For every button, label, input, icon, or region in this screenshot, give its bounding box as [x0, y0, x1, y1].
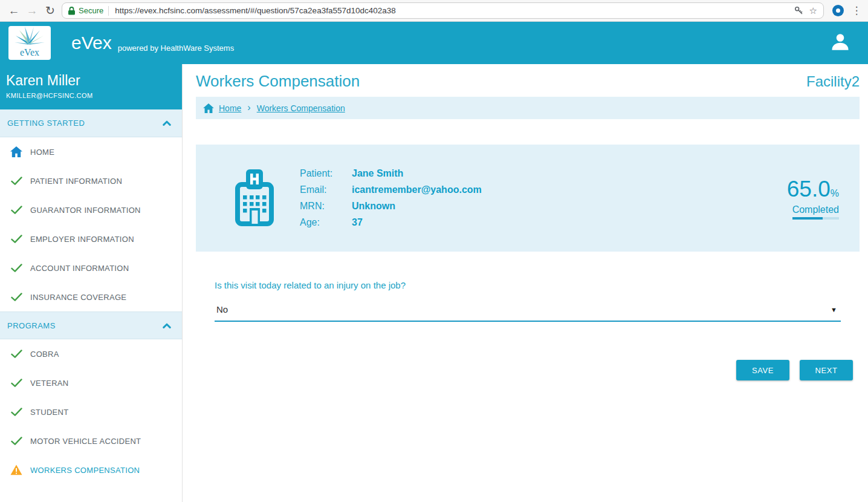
- check-icon: [8, 293, 24, 301]
- section-header-programs[interactable]: PROGRAMS: [0, 311, 182, 339]
- user-avatar-icon[interactable]: [829, 31, 851, 55]
- check-icon: [8, 264, 24, 272]
- warning-icon: [8, 465, 24, 475]
- patient-fields: Patient: Jane Smith Email: icantremember…: [300, 163, 787, 233]
- sidebar-item-workers-compensation[interactable]: WORKERS COMPENSATION: [0, 455, 182, 484]
- address-bar[interactable]: Secure https://evex.hcfsinc.com/assessme…: [62, 2, 824, 19]
- password-key-icon[interactable]: [794, 6, 803, 15]
- field-patient: Patient: Jane Smith: [300, 168, 787, 179]
- field-value: Unknown: [352, 201, 395, 212]
- sidebar-item-guarantor-information[interactable]: GUARANTOR INFORMATION: [0, 195, 182, 224]
- chevron-up-icon: [163, 120, 171, 126]
- save-button[interactable]: SAVE: [736, 360, 789, 380]
- patient-summary-card: Patient: Jane Smith Email: icantremember…: [196, 145, 860, 252]
- sidebar-item-employer-information[interactable]: EMPLOYER INFORMATION: [0, 224, 182, 253]
- progress-bar-track: [792, 217, 839, 220]
- browser-back-button[interactable]: ←: [5, 1, 23, 21]
- progress-fill: [792, 217, 823, 220]
- breadcrumb-current-link[interactable]: Workers Compensation: [257, 103, 345, 113]
- facility-label: Facility2: [806, 73, 860, 90]
- check-icon: [8, 437, 24, 445]
- action-buttons: SAVE NEXT: [196, 360, 860, 380]
- main-content: Workers Compensation Facility2 Home › Wo…: [183, 64, 868, 502]
- browser-toolbar: ← → ↻ Secure https://evex.hcfsinc.com/as…: [0, 0, 868, 22]
- home-icon: [203, 103, 214, 113]
- field-value: 37: [352, 217, 363, 228]
- url-text[interactable]: https://evex.hcfsinc.com/assessment/#/qu…: [115, 6, 788, 15]
- logo-starburst-icon: [12, 26, 47, 48]
- omnibox-divider: [108, 6, 109, 16]
- browser-forward-button[interactable]: →: [23, 1, 41, 21]
- sidebar-item-patient-information[interactable]: PATIENT INFORMATION: [0, 166, 182, 195]
- browser-refresh-button[interactable]: ↻: [41, 1, 59, 21]
- sidebar: Karen Miller KMILLER@HCFSINC.COM GETTING…: [0, 64, 183, 502]
- browser-menu-icon[interactable]: ⋮: [850, 4, 863, 17]
- field-value: Jane Smith: [352, 168, 403, 179]
- sidebar-item-account-information[interactable]: ACCOUNT INFORMATION: [0, 253, 182, 282]
- field-age: Age: 37: [300, 217, 787, 228]
- question-text: Is this visit today related to an injury…: [215, 280, 841, 290]
- percent-sign: %: [831, 188, 839, 198]
- hospital-icon: [235, 168, 274, 229]
- logo-wordmark: eVex: [20, 48, 39, 60]
- user-name: Karen Miller: [6, 73, 171, 89]
- progress-label: Completed: [792, 204, 839, 215]
- field-label: Age:: [300, 217, 352, 228]
- sidebar-item-student[interactable]: STUDENT: [0, 397, 182, 426]
- section-label: GETTING STARTED: [7, 119, 85, 128]
- breadcrumb: Home › Workers Compensation: [196, 97, 860, 119]
- check-icon: [8, 177, 24, 185]
- check-icon: [8, 235, 24, 243]
- sidebar-item-veteran[interactable]: VETERAN: [0, 368, 182, 397]
- question-section: Is this visit today related to an injury…: [196, 280, 860, 322]
- field-email: Email: icantremember@yahoo.com: [300, 184, 787, 195]
- field-label: Patient:: [300, 168, 352, 179]
- field-value: icantremember@yahoo.com: [352, 184, 482, 195]
- sidebar-user-block: Karen Miller KMILLER@HCFSINC.COM: [0, 64, 182, 109]
- section-header-getting-started[interactable]: GETTING STARTED: [0, 109, 182, 137]
- section-label: PROGRAMS: [7, 321, 56, 330]
- page-title: Workers Compensation: [196, 72, 360, 91]
- field-label: MRN:: [300, 201, 352, 212]
- check-icon: [8, 408, 24, 416]
- home-icon: [8, 146, 24, 157]
- breadcrumb-home-link[interactable]: Home: [219, 103, 241, 113]
- browser-extension-icon[interactable]: [832, 5, 844, 16]
- field-mrn: MRN: Unknown: [300, 201, 787, 212]
- check-icon: [8, 206, 24, 214]
- chevron-right-icon: ›: [247, 102, 250, 113]
- app-name: eVex: [71, 33, 112, 53]
- progress-percent: 65.0: [787, 177, 831, 201]
- sidebar-item-cobra[interactable]: COBRA: [0, 339, 182, 368]
- evex-logo: eVex: [8, 26, 51, 60]
- next-button[interactable]: NEXT: [800, 360, 853, 380]
- check-icon: [8, 350, 24, 358]
- secure-label: Secure: [79, 6, 103, 15]
- dropdown-caret-icon: ▼: [831, 306, 837, 313]
- app-header: eVex eVex powered by HealthWare Systems: [0, 22, 868, 64]
- sidebar-item-home[interactable]: HOME: [0, 137, 182, 166]
- completion-progress: 65.0% Completed: [787, 177, 839, 220]
- sidebar-item-motor-vehicle-accident[interactable]: MOTOR VEHICLE ACCIDENT: [0, 426, 182, 455]
- check-icon: [8, 379, 24, 387]
- user-email: KMILLER@HCFSINC.COM: [6, 92, 171, 99]
- sidebar-item-insurance-coverage[interactable]: INSURANCE COVERAGE: [0, 282, 182, 311]
- selected-answer: No: [216, 304, 228, 315]
- field-label: Email:: [300, 184, 352, 195]
- lock-icon: [68, 7, 75, 15]
- answer-select[interactable]: No ▼: [215, 304, 841, 322]
- bookmark-star-icon[interactable]: ☆: [809, 5, 817, 16]
- app-tagline: powered by HealthWare Systems: [118, 44, 234, 53]
- chevron-up-icon: [163, 323, 171, 328]
